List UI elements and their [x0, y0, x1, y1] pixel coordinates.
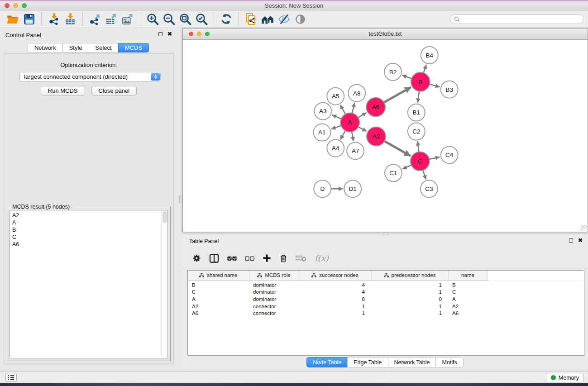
table-cell-filler	[488, 303, 584, 310]
table-cell[interactable]: B	[188, 281, 249, 289]
column-header-predecessor-nodes[interactable]: predecessor nodes	[371, 271, 448, 280]
column-header-MCDS-role[interactable]: MCDS role	[249, 271, 299, 280]
table-cell[interactable]: A	[448, 295, 488, 303]
close-network-button[interactable]	[189, 32, 193, 36]
table-cell[interactable]: dominator	[249, 295, 299, 303]
split-column-button[interactable]	[209, 253, 220, 264]
show-graphics-details-button[interactable]	[292, 11, 308, 27]
tab-select[interactable]: Select	[89, 43, 119, 52]
zoom-in-button[interactable]	[144, 11, 161, 27]
table-cell[interactable]: 0	[371, 295, 448, 303]
search-input[interactable]	[462, 16, 583, 23]
mcds-result-list[interactable]: A2ABCA6	[10, 210, 168, 358]
float-panel-icon[interactable]	[158, 32, 163, 36]
toolbar-separator	[140, 12, 140, 26]
add-column-button[interactable]	[262, 253, 272, 263]
network-graph[interactable]: B4B2BB3A5A8A6A3B1AA1C2A2A4A7C4CC1C3DD1	[183, 40, 588, 232]
table-cell[interactable]: 8	[299, 295, 371, 303]
table-cell[interactable]: dominator	[249, 281, 299, 289]
node-table[interactable]: shared nameMCDS rolesuccessor nodesprede…	[187, 270, 584, 356]
delete-table-button[interactable]	[295, 254, 306, 262]
table-cell[interactable]: C	[448, 289, 488, 296]
network-from-selection-button[interactable]	[243, 11, 259, 27]
network-window-titlebar[interactable]: testGlobe.txt	[183, 29, 588, 40]
export-network-button[interactable]	[87, 11, 103, 27]
resize-grip[interactable]	[581, 225, 587, 231]
table-row[interactable]: A6connector11A6	[188, 310, 584, 317]
table-row[interactable]: Adominator80A	[188, 295, 584, 303]
tab-motifs[interactable]: Motifs	[435, 357, 463, 367]
table-cell[interactable]: C	[188, 289, 249, 296]
zoom-fit-button[interactable]	[177, 11, 193, 27]
result-item[interactable]: A	[12, 219, 167, 226]
network-canvas[interactable]: B4B2BB3A5A8A6A3B1AA1C2A2A4A7C4CC1C3DD1	[183, 40, 588, 232]
table-cell[interactable]: A6	[188, 310, 249, 317]
panel-divider-handle[interactable]	[179, 195, 182, 203]
first-neighbors-button[interactable]	[259, 11, 276, 27]
memory-button[interactable]: Memory	[546, 373, 584, 382]
import-table-button[interactable]	[62, 11, 78, 27]
zoom-out-button[interactable]	[161, 11, 177, 27]
tab-network[interactable]: Network	[28, 43, 63, 52]
table-cell[interactable]: 1	[299, 303, 371, 310]
result-item[interactable]: B	[12, 226, 167, 234]
hide-selected-button[interactable]	[276, 11, 292, 27]
column-header-name[interactable]: name	[448, 271, 488, 280]
save-session-button[interactable]	[21, 11, 37, 27]
zoom-selected-button[interactable]	[193, 11, 210, 27]
table-row[interactable]: Cdominator41C	[188, 289, 584, 296]
column-header-shared-name[interactable]: shared name	[188, 271, 249, 280]
table-cell[interactable]: B	[448, 281, 488, 289]
table-cell[interactable]: 4	[299, 289, 371, 296]
table-cell[interactable]: 1	[299, 310, 371, 317]
tab-style[interactable]: Style	[62, 43, 89, 52]
result-item[interactable]: C	[12, 234, 167, 241]
tab-network-table[interactable]: Network Table	[388, 357, 436, 367]
result-scrollbar[interactable]	[161, 210, 167, 358]
column-header-successor-nodes[interactable]: successor nodes	[299, 271, 371, 280]
table-cell[interactable]: dominator	[249, 289, 299, 296]
import-network-button[interactable]	[46, 11, 62, 27]
zoom-window-button[interactable]	[22, 3, 27, 8]
close-window-button[interactable]	[5, 3, 10, 8]
table-cell[interactable]: 1	[371, 289, 448, 296]
run-mcds-button[interactable]: Run MCDS	[41, 86, 85, 95]
table-cell[interactable]: A2	[188, 303, 249, 310]
criterion-dropdown[interactable]: largest connected component (directed)	[19, 72, 161, 81]
result-item[interactable]: A2	[12, 212, 167, 219]
table-panel-title: Table Panel	[189, 238, 219, 244]
function-builder-button[interactable]: f(x)	[314, 253, 329, 263]
export-image-button[interactable]	[120, 11, 136, 27]
refresh-network-button[interactable]	[218, 11, 234, 27]
table-cell[interactable]: 1	[371, 310, 448, 317]
search-field[interactable]	[450, 14, 584, 24]
task-history-button[interactable]	[5, 373, 17, 382]
tab-mcds[interactable]: MCDS	[118, 43, 149, 52]
tab-edge-table[interactable]: Edge Table	[347, 357, 388, 367]
minimize-network-button[interactable]	[197, 32, 201, 36]
float-panel-icon[interactable]	[569, 238, 573, 243]
table-cell[interactable]: 4	[299, 281, 371, 289]
zoom-network-button[interactable]	[205, 32, 210, 36]
table-cell[interactable]: 1	[371, 281, 448, 289]
result-item[interactable]: A6	[12, 241, 167, 248]
table-cell[interactable]: connector	[249, 303, 299, 310]
close-panel-icon[interactable]: ✖	[578, 238, 583, 243]
table-cell[interactable]: 1	[371, 303, 448, 310]
table-row[interactable]: Bdominator41B	[188, 281, 584, 289]
table-cell[interactable]: A	[188, 295, 249, 303]
delete-column-button[interactable]	[279, 253, 288, 263]
export-table-button[interactable]	[103, 11, 120, 27]
select-all-button[interactable]	[227, 253, 237, 263]
table-cell[interactable]: A2	[448, 303, 488, 310]
open-file-button[interactable]	[5, 11, 21, 27]
table-cell[interactable]: connector	[249, 310, 299, 317]
deselect-all-button[interactable]	[244, 253, 255, 263]
tab-node-table[interactable]: Node Table	[306, 357, 348, 367]
close-panel-icon[interactable]: ✖	[167, 32, 172, 36]
close-panel-button[interactable]: Close panel	[91, 86, 137, 95]
minimize-window-button[interactable]	[13, 3, 18, 8]
table-settings-button[interactable]	[192, 253, 201, 263]
table-row[interactable]: A2connector11A2	[188, 303, 584, 310]
table-cell[interactable]: A6	[448, 310, 488, 317]
